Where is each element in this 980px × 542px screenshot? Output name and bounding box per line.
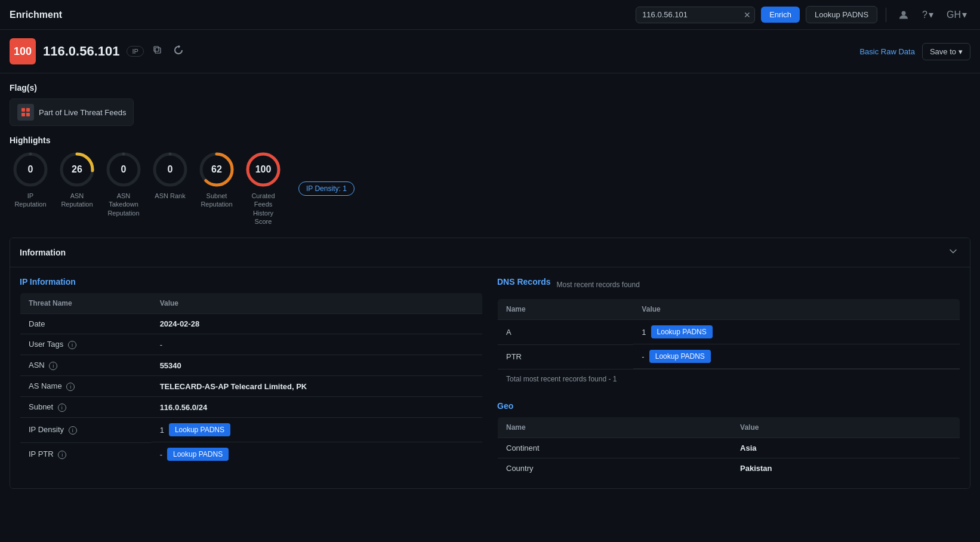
save-to-label: Save to <box>930 47 956 56</box>
geo-continent-name: Continent <box>498 438 732 458</box>
refresh-button[interactable] <box>171 44 186 58</box>
table-row: Country Pakistan <box>498 458 960 479</box>
clear-search-button[interactable]: ✕ <box>741 10 753 20</box>
dns-col-name: Name <box>498 299 634 320</box>
user-icon-button[interactable] <box>895 7 913 23</box>
geo-country-name: Country <box>498 458 732 479</box>
chevron-down-save-icon: ▾ <box>959 47 963 56</box>
dns-col-value: Value <box>633 299 960 320</box>
flags-section: Flag(s) Part of Live Threat Feeds <box>10 83 970 126</box>
row-asn-name: ASN i <box>20 355 152 376</box>
search-box: ✕ <box>636 7 755 23</box>
geo-panel: Geo Name Value Continent Asia <box>497 401 960 479</box>
user-icon <box>898 10 909 20</box>
circle-curated-feeds: 100 <box>245 151 282 188</box>
table-row: IP Density i 1 Lookup PADNS <box>20 418 483 443</box>
dns-subtitle: Most recent records found <box>556 281 639 289</box>
flag-label: Part of Live Threat Feeds <box>39 108 126 117</box>
chevron-down-icon: ▾ <box>929 9 933 20</box>
row-usertags-value: - <box>152 334 483 355</box>
collapse-information-button[interactable] <box>946 245 960 260</box>
dns-row-ptr-value: - Lookup PADNS <box>633 344 960 369</box>
ip-title-actions: Basic Raw Data Save to ▾ <box>859 43 970 60</box>
ip-information-table: Threat Name Value Date 2024-02-28 User T… <box>20 292 483 467</box>
basic-raw-data-link[interactable]: Basic Raw Data <box>859 47 914 56</box>
svg-rect-5 <box>21 113 25 116</box>
chevron-down-info-icon <box>948 247 958 256</box>
dns-records-panel: DNS Records Most recent records found Na… <box>497 277 960 389</box>
highlights-row: 0 IPReputation 26 ASNReputation <box>10 151 970 226</box>
right-panel: DNS Records Most recent records found Na… <box>497 277 960 479</box>
enrich-button[interactable]: Enrich <box>761 7 800 23</box>
label-subnet-reputation: SubnetReputation <box>201 192 232 209</box>
value-asn-reputation: 26 <box>72 164 82 175</box>
highlight-asn-rank: 0 ASN Rank <box>149 151 191 200</box>
dns-row-ptr-name: PTR <box>498 344 634 369</box>
circle-ip-reputation: 0 <box>12 151 49 188</box>
user-avatar-button[interactable]: GH ▾ <box>943 7 970 23</box>
ip-information-title: IP Information <box>20 277 483 287</box>
header-right: ✕ Enrich Lookup PADNS ? ▾ GH ▾ <box>636 6 970 23</box>
label-curated-feeds: CuratedFeedsHistoryScore <box>251 192 275 226</box>
geo-table: Name Value Continent Asia Country <box>497 417 960 479</box>
copy-button[interactable] <box>151 45 164 58</box>
ip-type-tag: IP <box>127 46 143 57</box>
highlights-section: Highlights 0 IPReputation <box>10 136 970 226</box>
info-icon-ipdensity[interactable]: i <box>69 426 77 435</box>
value-ip-reputation: 0 <box>28 164 33 175</box>
lookup-padns-header-button[interactable]: Lookup PADNS <box>806 6 877 23</box>
flag-icon <box>17 104 34 121</box>
info-icon-subnet[interactable]: i <box>58 404 66 412</box>
lookup-padns-ipptr-button[interactable]: Lookup PADNS <box>167 448 229 461</box>
table-row: Date 2024-02-28 <box>20 314 483 334</box>
row-asname-name: AS Name i <box>20 376 152 397</box>
circle-asn-rank: 0 <box>152 151 189 188</box>
info-icon-asn[interactable]: i <box>49 362 57 370</box>
search-input[interactable] <box>642 10 738 19</box>
app-title: Enrichment <box>10 10 62 20</box>
dns-total-text: Total most recent records found - 1 <box>498 369 960 389</box>
row-usertags-name: User Tags i <box>20 334 152 355</box>
geo-title: Geo <box>497 401 960 411</box>
value-asn-takedown: 0 <box>121 164 127 175</box>
header-divider <box>886 8 886 22</box>
info-icon-ipptr[interactable]: i <box>58 451 66 459</box>
chevron-down-icon-2: ▾ <box>962 9 967 20</box>
dns-records-title: DNS Records <box>497 277 550 287</box>
lookup-padns-dns-a-button[interactable]: Lookup PADNS <box>651 325 713 338</box>
svg-point-0 <box>902 11 906 15</box>
help-icon-button[interactable]: ? ▾ <box>919 7 937 23</box>
label-asn-takedown: ASNTakedownReputation <box>107 192 139 217</box>
svg-rect-3 <box>21 108 25 112</box>
user-initials: GH <box>947 10 961 20</box>
score-badge: 100 <box>10 38 36 64</box>
save-to-button[interactable]: Save to ▾ <box>922 43 970 60</box>
info-icon-usertags[interactable]: i <box>68 341 76 349</box>
geo-header-row: Name Value <box>498 417 960 438</box>
row-ipdensity-value: 1 Lookup PADNS <box>152 418 482 442</box>
label-asn-rank: ASN Rank <box>155 192 185 200</box>
row-ipdensity-name: IP Density i <box>20 418 152 443</box>
label-ip-reputation: IPReputation <box>14 192 46 209</box>
flag-item: Part of Live Threat Feeds <box>10 98 134 126</box>
dns-header-row-table: Name Value <box>498 299 960 320</box>
lookup-padns-dns-ptr-button[interactable]: Lookup PADNS <box>649 350 711 363</box>
info-icon-asname[interactable]: i <box>66 383 75 391</box>
information-body: IP Information Threat Name Value Date 20… <box>10 267 970 488</box>
geo-col-value: Value <box>732 417 960 438</box>
col-threat-name: Threat Name <box>20 293 152 314</box>
question-icon: ? <box>922 10 927 20</box>
ip-address: 116.0.56.101 <box>43 44 119 59</box>
dns-header-row: DNS Records Most recent records found <box>497 277 960 292</box>
dns-row-a-value: 1 Lookup PADNS <box>633 320 960 344</box>
svg-rect-1 <box>155 48 161 53</box>
row-date-name: Date <box>20 314 152 334</box>
highlight-asn-takedown: 0 ASNTakedownReputation <box>103 151 144 217</box>
geo-country-value: Pakistan <box>732 458 960 479</box>
row-ipptr-name: IP PTR i <box>20 442 152 467</box>
row-ipptr-value: - Lookup PADNS <box>152 442 482 466</box>
table-row: Continent Asia <box>498 438 960 458</box>
threat-feed-icon <box>21 107 30 117</box>
lookup-padns-ipdensity-button[interactable]: Lookup PADNS <box>169 423 230 436</box>
table-row: User Tags i - <box>20 334 483 355</box>
